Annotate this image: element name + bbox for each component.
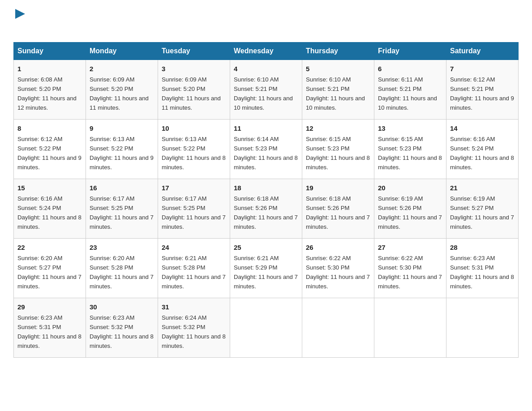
day-info: Sunrise: 6:18 AMSunset: 5:26 PMDaylight:… (234, 195, 298, 230)
weekday-header-row: SundayMondayTuesdayWednesdayThursdayFrid… (14, 43, 519, 60)
calendar-cell (374, 298, 446, 357)
day-info: Sunrise: 6:19 AMSunset: 5:26 PMDaylight:… (378, 195, 442, 230)
day-number: 14 (450, 123, 515, 133)
day-number: 27 (378, 242, 442, 253)
day-info: Sunrise: 6:23 AMSunset: 5:32 PMDaylight:… (90, 314, 154, 349)
weekday-header-sunday: Sunday (14, 43, 86, 60)
weekday-header-tuesday: Tuesday (158, 43, 230, 60)
calendar-cell: 2 Sunrise: 6:09 AMSunset: 5:20 PMDayligh… (86, 60, 158, 120)
calendar-cell: 16 Sunrise: 6:17 AMSunset: 5:25 PMDaylig… (86, 179, 158, 238)
logo-icon (14, 9, 25, 20)
day-info: Sunrise: 6:09 AMSunset: 5:20 PMDaylight:… (162, 76, 221, 111)
day-number: 11 (234, 123, 298, 133)
calendar-cell: 1 Sunrise: 6:08 AMSunset: 5:20 PMDayligh… (14, 60, 86, 120)
day-number: 23 (90, 242, 154, 253)
day-number: 7 (450, 64, 515, 74)
logo (13, 9, 25, 34)
day-number: 31 (162, 302, 226, 312)
calendar-cell (302, 298, 374, 357)
day-info: Sunrise: 6:18 AMSunset: 5:26 PMDaylight:… (306, 195, 370, 230)
day-number: 22 (17, 242, 82, 253)
calendar-cell (446, 298, 519, 357)
day-info: Sunrise: 6:16 AMSunset: 5:24 PMDaylight:… (17, 195, 82, 230)
day-info: Sunrise: 6:17 AMSunset: 5:25 PMDaylight:… (90, 195, 154, 230)
calendar-cell: 26 Sunrise: 6:22 AMSunset: 5:30 PMDaylig… (302, 238, 374, 298)
day-info: Sunrise: 6:14 AMSunset: 5:23 PMDaylight:… (234, 136, 298, 171)
page-header (13, 9, 519, 34)
day-number: 13 (378, 123, 442, 133)
day-number: 3 (162, 64, 226, 74)
calendar-cell: 21 Sunrise: 6:19 AMSunset: 5:27 PMDaylig… (446, 179, 519, 238)
calendar-week-row: 8 Sunrise: 6:12 AMSunset: 5:22 PMDayligh… (14, 119, 519, 179)
day-info: Sunrise: 6:17 AMSunset: 5:25 PMDaylight:… (162, 195, 226, 230)
calendar-cell: 31 Sunrise: 6:24 AMSunset: 5:32 PMDaylig… (158, 298, 230, 357)
calendar-cell: 24 Sunrise: 6:21 AMSunset: 5:28 PMDaylig… (158, 238, 230, 298)
day-info: Sunrise: 6:16 AMSunset: 5:24 PMDaylight:… (450, 136, 514, 171)
calendar-cell: 15 Sunrise: 6:16 AMSunset: 5:24 PMDaylig… (14, 179, 86, 238)
calendar-cell: 8 Sunrise: 6:12 AMSunset: 5:22 PMDayligh… (14, 119, 86, 179)
day-number: 2 (90, 64, 154, 74)
calendar-cell: 4 Sunrise: 6:10 AMSunset: 5:21 PMDayligh… (230, 60, 302, 120)
day-number: 25 (234, 242, 298, 253)
calendar-cell: 12 Sunrise: 6:15 AMSunset: 5:23 PMDaylig… (302, 119, 374, 179)
calendar-cell: 3 Sunrise: 6:09 AMSunset: 5:20 PMDayligh… (158, 60, 230, 120)
calendar-week-row: 15 Sunrise: 6:16 AMSunset: 5:24 PMDaylig… (14, 179, 519, 238)
day-number: 17 (162, 183, 226, 193)
calendar-cell: 17 Sunrise: 6:17 AMSunset: 5:25 PMDaylig… (158, 179, 230, 238)
day-number: 5 (306, 64, 370, 74)
calendar-cell: 6 Sunrise: 6:11 AMSunset: 5:21 PMDayligh… (374, 60, 446, 120)
day-number: 19 (306, 183, 370, 193)
day-info: Sunrise: 6:22 AMSunset: 5:30 PMDaylight:… (306, 255, 370, 290)
weekday-header-saturday: Saturday (446, 43, 519, 60)
calendar-cell: 29 Sunrise: 6:23 AMSunset: 5:31 PMDaylig… (14, 298, 86, 357)
day-info: Sunrise: 6:15 AMSunset: 5:23 PMDaylight:… (378, 136, 442, 171)
calendar-cell: 27 Sunrise: 6:22 AMSunset: 5:30 PMDaylig… (374, 238, 446, 298)
day-info: Sunrise: 6:11 AMSunset: 5:21 PMDaylight:… (378, 76, 437, 111)
calendar-cell: 22 Sunrise: 6:20 AMSunset: 5:27 PMDaylig… (14, 238, 86, 298)
calendar-cell: 25 Sunrise: 6:21 AMSunset: 5:29 PMDaylig… (230, 238, 302, 298)
day-info: Sunrise: 6:15 AMSunset: 5:23 PMDaylight:… (306, 136, 370, 171)
day-info: Sunrise: 6:10 AMSunset: 5:21 PMDaylight:… (306, 76, 365, 111)
svg-marker-0 (15, 9, 25, 19)
calendar-cell: 20 Sunrise: 6:19 AMSunset: 5:26 PMDaylig… (374, 179, 446, 238)
day-number: 4 (234, 64, 298, 74)
calendar-cell: 10 Sunrise: 6:13 AMSunset: 5:22 PMDaylig… (158, 119, 230, 179)
day-number: 6 (378, 64, 442, 74)
calendar-week-row: 22 Sunrise: 6:20 AMSunset: 5:27 PMDaylig… (14, 238, 519, 298)
day-number: 28 (450, 242, 515, 253)
calendar-cell (230, 298, 302, 357)
day-info: Sunrise: 6:12 AMSunset: 5:22 PMDaylight:… (17, 136, 82, 171)
calendar-cell: 19 Sunrise: 6:18 AMSunset: 5:26 PMDaylig… (302, 179, 374, 238)
calendar-table: SundayMondayTuesdayWednesdayThursdayFrid… (13, 42, 519, 358)
day-info: Sunrise: 6:23 AMSunset: 5:31 PMDaylight:… (17, 314, 82, 349)
weekday-header-wednesday: Wednesday (230, 43, 302, 60)
weekday-header-friday: Friday (374, 43, 446, 60)
day-number: 30 (90, 302, 154, 312)
day-number: 15 (17, 183, 82, 193)
calendar-week-row: 29 Sunrise: 6:23 AMSunset: 5:31 PMDaylig… (14, 298, 519, 357)
weekday-header-monday: Monday (86, 43, 158, 60)
day-info: Sunrise: 6:20 AMSunset: 5:27 PMDaylight:… (17, 255, 82, 290)
day-number: 18 (234, 183, 298, 193)
calendar-cell: 14 Sunrise: 6:16 AMSunset: 5:24 PMDaylig… (446, 119, 519, 179)
weekday-header-thursday: Thursday (302, 43, 374, 60)
calendar-cell: 23 Sunrise: 6:20 AMSunset: 5:28 PMDaylig… (86, 238, 158, 298)
day-number: 21 (450, 183, 515, 193)
day-info: Sunrise: 6:22 AMSunset: 5:30 PMDaylight:… (378, 255, 442, 290)
calendar-cell: 5 Sunrise: 6:10 AMSunset: 5:21 PMDayligh… (302, 60, 374, 120)
day-number: 1 (17, 64, 82, 74)
calendar-cell: 28 Sunrise: 6:23 AMSunset: 5:31 PMDaylig… (446, 238, 519, 298)
day-number: 9 (90, 123, 154, 133)
day-number: 10 (162, 123, 226, 133)
day-info: Sunrise: 6:13 AMSunset: 5:22 PMDaylight:… (162, 136, 226, 171)
day-number: 8 (17, 123, 82, 133)
calendar-cell: 13 Sunrise: 6:15 AMSunset: 5:23 PMDaylig… (374, 119, 446, 179)
day-info: Sunrise: 6:19 AMSunset: 5:27 PMDaylight:… (450, 195, 514, 230)
day-info: Sunrise: 6:20 AMSunset: 5:28 PMDaylight:… (90, 255, 154, 290)
day-info: Sunrise: 6:21 AMSunset: 5:28 PMDaylight:… (162, 255, 226, 290)
calendar-cell: 9 Sunrise: 6:13 AMSunset: 5:22 PMDayligh… (86, 119, 158, 179)
day-number: 29 (17, 302, 82, 312)
day-info: Sunrise: 6:10 AMSunset: 5:21 PMDaylight:… (234, 76, 293, 111)
day-info: Sunrise: 6:23 AMSunset: 5:31 PMDaylight:… (450, 255, 514, 290)
day-number: 26 (306, 242, 370, 253)
